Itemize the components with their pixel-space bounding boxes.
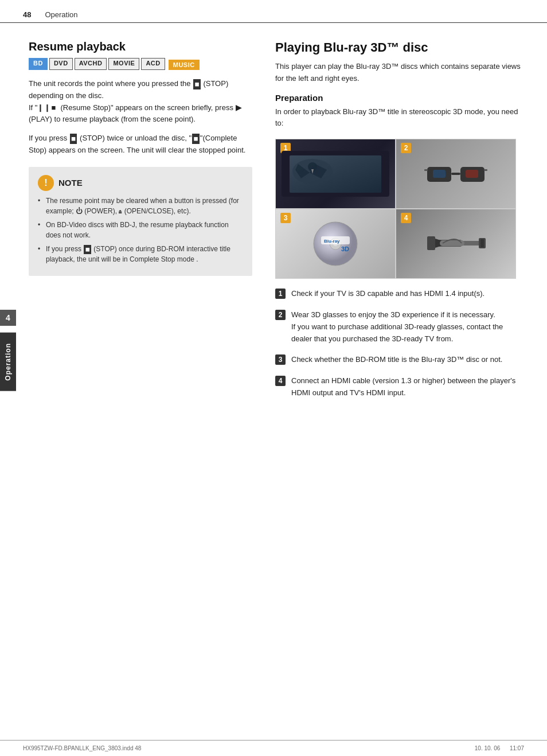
note-label: NOTE <box>58 178 83 188</box>
cell-num-2: 2 <box>401 143 411 153</box>
note-box: ! NOTE The resume point may be cleared w… <box>29 167 252 276</box>
step-2: 2 Wear 3D glasses to enjoy the 3D experi… <box>275 309 524 345</box>
step-text-1: Check if your TV is 3D capable and has H… <box>291 288 485 300</box>
note-item-2: On BD-Video discs with BD-J, the resume … <box>38 220 243 240</box>
bluray-intro: This player can play the Blu-ray 3D™ dis… <box>275 61 524 85</box>
complete-stop-symbol: ■ <box>192 134 200 144</box>
right-column: Playing Blu-ray 3D™ disc This player can… <box>275 40 524 408</box>
note-header: ! NOTE <box>38 175 243 191</box>
svg-text:3D: 3D <box>341 245 349 252</box>
illustration-glasses: 2 <box>396 139 515 208</box>
badge-movie: MOVIE <box>108 58 139 70</box>
step-num-1: 1 <box>275 289 286 299</box>
step-1: 1 Check if your TV is 3D capable and has… <box>275 288 524 300</box>
left-column: Resume playback BD DVD AVCHD MOVIE ACD M… <box>29 40 252 408</box>
badge-bd: BD <box>29 58 48 70</box>
footer-time: 11:07 <box>510 745 524 751</box>
svg-rect-11 <box>466 170 478 178</box>
resume-stop-symbol: ❙❙■ <box>37 103 56 112</box>
bluray-3d-title: Playing Blu-ray 3D™ disc <box>275 40 524 55</box>
step-text-2: Wear 3D glasses to enjoy the 3D experien… <box>291 309 524 345</box>
eagle-svg <box>290 155 335 187</box>
stop-symbol-3: ■ <box>84 245 91 255</box>
svg-rect-7 <box>451 173 460 175</box>
hdmi-svg <box>424 224 487 264</box>
footer-right: 10. 10. 06 11:07 <box>475 745 524 751</box>
step-text-3: Check whether the BD-ROM title is the Bl… <box>291 354 502 366</box>
illustration-tv: 1 <box>276 139 395 208</box>
footer: HX995TZW-FD.BPANLLK_ENG_3803.indd 48 10.… <box>0 740 547 756</box>
step-3: 3 Check whether the BD-ROM title is the … <box>275 354 524 366</box>
svg-rect-10 <box>433 170 446 178</box>
svg-rect-8 <box>424 169 428 171</box>
tv-screen <box>290 155 381 193</box>
chapter-label: Operation <box>0 333 16 391</box>
preparation-intro: In order to playback Blu-ray 3D™ title i… <box>275 106 524 130</box>
page: 48 Operation 4 Operation Resume playback… <box>0 0 547 756</box>
svg-rect-9 <box>484 169 487 171</box>
illustration-grid: 1 <box>275 139 516 279</box>
format-badges: BD DVD AVCHD MOVIE ACD MUSIC <box>29 58 252 70</box>
footer-left: HX995TZW-FD.BPANLLK_ENG_3803.indd 48 <box>23 745 141 751</box>
illustration-disc: 3 Blu <box>276 209 395 278</box>
stop-symbol-2: ■ <box>70 134 77 144</box>
resume-playback-title: Resume playback <box>29 40 252 53</box>
badge-avchd: AVCHD <box>75 58 107 70</box>
chapter-number: 4 <box>0 310 16 326</box>
header-title: Operation <box>45 10 77 19</box>
step-4: 4 Connect an HDMI cable (version 1.3 or … <box>275 375 524 399</box>
steps-list: 1 Check if your TV is 3D capable and has… <box>275 288 524 399</box>
disc-svg: Blu-ray 3D <box>310 218 361 270</box>
resume-body-1: The unit records the point where you pre… <box>29 78 252 126</box>
cell-num-3: 3 <box>280 213 291 223</box>
step-num-3: 3 <box>275 354 286 365</box>
cell-num-4: 4 <box>401 213 411 223</box>
svg-rect-19 <box>427 236 435 250</box>
tv-illustration <box>282 151 389 197</box>
main-content: Resume playback BD DVD AVCHD MOVIE ACD M… <box>0 23 547 426</box>
step-num-4: 4 <box>275 376 286 386</box>
preparation-title: Preparation <box>275 93 524 103</box>
step-text-4: Connect an HDMI cable (version 1.3 or hi… <box>291 375 524 399</box>
badge-dvd: DVD <box>49 58 73 70</box>
glasses-svg <box>424 157 487 191</box>
header: 48 Operation <box>0 0 547 23</box>
badge-music: MUSIC <box>169 60 200 70</box>
step-num-2: 2 <box>275 310 286 320</box>
illustration-hdmi: 4 <box>396 209 515 278</box>
svg-rect-23 <box>480 239 484 247</box>
note-item-1: The resume point may be cleared when a b… <box>38 196 243 216</box>
page-number: 48 <box>23 10 31 19</box>
stop-symbol: ■ <box>193 79 201 89</box>
resume-body-2: If you press ■ (STOP) twice or unload th… <box>29 133 252 157</box>
svg-text:Blu-ray: Blu-ray <box>324 239 340 244</box>
note-item-3: If you press ■ (STOP) once during BD-ROM… <box>38 244 243 265</box>
svg-rect-21 <box>462 241 482 245</box>
note-list: The resume point may be cleared when a b… <box>38 196 243 265</box>
badge-acd: ACD <box>141 58 165 70</box>
footer-date: 10. 10. 06 <box>475 745 500 751</box>
note-icon: ! <box>38 175 54 191</box>
